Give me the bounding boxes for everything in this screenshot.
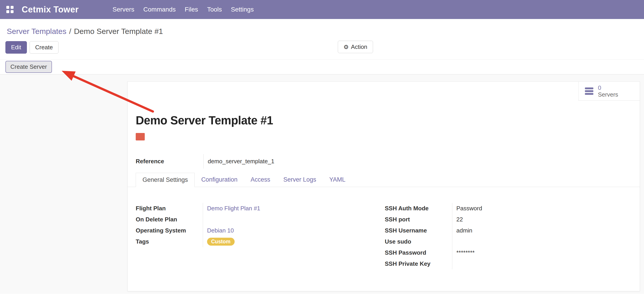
field-label-ssh-username: SSH Username — [385, 225, 452, 236]
create-server-button[interactable]: Create Server — [6, 61, 52, 73]
field-value-use-sudo — [452, 236, 482, 247]
reference-label: Reference — [136, 154, 204, 169]
servers-stat-text: 0 Servers — [598, 84, 618, 98]
field-label-ssh-password: SSH Password — [385, 247, 452, 258]
color-swatch — [136, 133, 145, 140]
main-menu: Servers Commands Files Tools Settings — [108, 0, 258, 19]
reference-value: demo_server_template_1 — [204, 154, 274, 169]
content-area: 0 Servers Demo Server Template #1 Refere… — [0, 74, 644, 294]
breadcrumb-current: Demo Server Template #1 — [74, 27, 163, 36]
servers-stat-button[interactable]: 0 Servers — [578, 82, 640, 101]
field-label-ssh-auth-mode: SSH Auth Mode — [385, 203, 452, 214]
field-value-ssh-auth-mode: Password — [452, 203, 482, 214]
field-value-ssh-port: 22 — [452, 214, 482, 225]
field-value-operating-system: Debian 10 — [203, 225, 385, 236]
field-label-tags: Tags — [136, 236, 203, 247]
breadcrumb: Server Templates/Demo Server Template #1 — [7, 27, 644, 36]
servers-stat-label: Servers — [598, 91, 618, 98]
control-panel: Server Templates/Demo Server Template #1… — [0, 19, 644, 60]
tab-configuration[interactable]: Configuration — [195, 173, 244, 187]
menu-item-files[interactable]: Files — [180, 0, 202, 19]
servers-stat-value: 0 — [598, 84, 618, 91]
notebook-tabs: General Settings Configuration Access Se… — [128, 173, 640, 187]
tab-general-settings[interactable]: General Settings — [136, 173, 195, 187]
field-label-on-delete-plan: On Delete Plan — [136, 214, 203, 225]
field-group-right: SSH Auth Mode Password SSH port 22 SSH U… — [385, 203, 482, 269]
action-button[interactable]: ⚙ Action — [338, 41, 373, 53]
breadcrumb-separator: / — [66, 27, 74, 36]
apps-grid-dot — [6, 6, 9, 9]
menu-item-settings[interactable]: Settings — [226, 0, 258, 19]
apps-grid-icon[interactable] — [6, 6, 14, 13]
action-button-label: Action — [351, 43, 367, 50]
form-statusbar: Create Server — [0, 60, 644, 74]
field-value-ssh-private-key — [452, 258, 482, 269]
form-sheet: 0 Servers Demo Server Template #1 Refere… — [127, 81, 640, 291]
top-navbar: Cetmix Tower Servers Commands Files Tool… — [0, 0, 644, 19]
field-value-ssh-username: admin — [452, 225, 482, 236]
field-label-ssh-private-key: SSH Private Key — [385, 258, 452, 269]
menu-item-commands[interactable]: Commands — [139, 0, 180, 19]
create-button[interactable]: Create — [30, 41, 58, 54]
menu-item-servers[interactable]: Servers — [108, 0, 139, 19]
apps-grid-dot — [10, 10, 14, 13]
apps-grid-dot — [6, 10, 9, 13]
servers-stat-icon — [584, 87, 594, 95]
field-group-left: Flight Plan Demo Flight Plan #1 On Delet… — [136, 203, 385, 269]
apps-grid-dot — [10, 6, 14, 9]
sheet-top: Demo Server Template #1 Reference demo_s… — [128, 114, 640, 169]
fields-area: Flight Plan Demo Flight Plan #1 On Delet… — [128, 187, 640, 269]
button-row: Edit Create ⚙ Action — [6, 41, 644, 54]
field-value-on-delete-plan — [203, 214, 385, 225]
reference-row: Reference demo_server_template_1 — [136, 154, 274, 169]
field-label-use-sudo: Use sudo — [385, 236, 452, 247]
field-label-flight-plan: Flight Plan — [136, 203, 203, 214]
edit-button[interactable]: Edit — [6, 41, 27, 54]
breadcrumb-parent-link[interactable]: Server Templates — [7, 27, 66, 36]
field-value-tags: Custom — [203, 236, 385, 247]
gear-icon: ⚙ — [344, 44, 349, 50]
field-value-ssh-password: ******** — [452, 247, 482, 258]
flight-plan-link[interactable]: Demo Flight Plan #1 — [207, 205, 260, 212]
app-brand[interactable]: Cetmix Tower — [22, 5, 78, 15]
field-label-operating-system: Operating System — [136, 225, 203, 236]
tag-custom: Custom — [207, 238, 234, 246]
field-value-flight-plan: Demo Flight Plan #1 — [203, 203, 385, 214]
tab-server-logs[interactable]: Server Logs — [277, 173, 323, 187]
operating-system-link[interactable]: Debian 10 — [207, 227, 234, 234]
menu-item-tools[interactable]: Tools — [202, 0, 226, 19]
field-label-ssh-port: SSH port — [385, 214, 452, 225]
tab-yaml[interactable]: YAML — [323, 173, 352, 187]
record-title: Demo Server Template #1 — [136, 114, 640, 127]
tab-access[interactable]: Access — [244, 173, 277, 187]
